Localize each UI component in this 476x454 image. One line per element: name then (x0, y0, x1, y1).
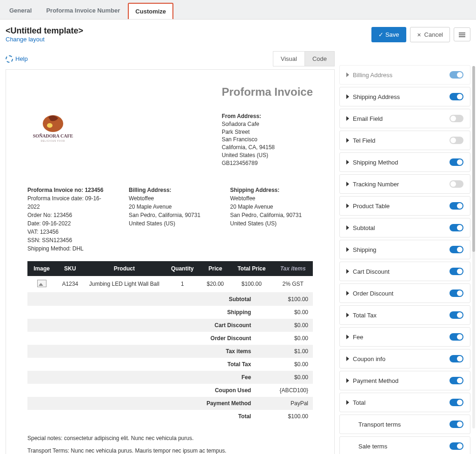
panel-item-order-discount[interactable]: Order Discount (339, 283, 470, 303)
toggle-switch[interactable] (450, 399, 463, 406)
panel-item-shipping-address[interactable]: Shipping Address (339, 87, 470, 106)
svg-text:SOÑADORA CAFE: SOÑADORA CAFE (33, 133, 73, 138)
chevron-right-icon (346, 204, 349, 208)
panel-item-cart-discount[interactable]: Cart Discount (339, 262, 470, 281)
check-icon (378, 31, 383, 38)
toggle-switch[interactable] (450, 290, 463, 297)
invoice-preview: SOÑADORA CAFE DELICIOUS FOOD Proforma In… (6, 69, 335, 454)
panel-item-label: Transport terms (358, 421, 401, 428)
chevron-right-icon (346, 400, 349, 405)
chevron-right-icon (346, 335, 349, 339)
panel-item-fee[interactable]: Fee (339, 327, 470, 347)
panel-item-label: Shipping Address (353, 93, 400, 100)
from-address: From Address: Soñadora Cafe Park Street … (222, 112, 313, 167)
editor-tab-code[interactable]: Code (305, 51, 335, 66)
invoice-title: Proforma Invoice (222, 86, 313, 99)
chevron-right-icon (346, 116, 349, 121)
chevron-right-icon (346, 94, 349, 99)
toggle-switch[interactable] (450, 246, 463, 253)
table-row: A1234 Jumbing LED Light Wall Ball 1 $20.… (27, 276, 313, 293)
panel-item-email-field[interactable]: Email Field (339, 109, 470, 128)
toggle-switch[interactable] (450, 202, 463, 210)
help-link[interactable]: Help (6, 55, 28, 63)
panel-item-label: Fee (353, 334, 363, 341)
panel-item-total-tax[interactable]: Total Tax (339, 305, 470, 325)
product-table: Image SKU Product Quantity Price Total P… (27, 261, 313, 293)
chevron-right-icon (346, 269, 349, 274)
toggle-switch[interactable] (450, 311, 463, 319)
template-title: <Untitled template> (6, 26, 371, 36)
panel-item-label: Payment Method (353, 377, 398, 384)
panel-item-shipping[interactable]: Shipping (339, 240, 470, 259)
toggle-switch[interactable] (450, 442, 463, 450)
chevron-right-icon (346, 378, 349, 383)
toggle-switch[interactable] (450, 115, 463, 122)
hamburger-icon (459, 32, 465, 37)
toggle-switch[interactable] (450, 268, 463, 275)
panel-item-shipping-method[interactable]: Shipping Method (339, 152, 470, 172)
options-panel: Billing AddressShipping AddressEmail Fie… (339, 66, 470, 454)
panel-item-sale-terms[interactable]: Sale terms (339, 436, 470, 454)
panel-item-payment-method[interactable]: Payment Method (339, 371, 470, 390)
toggle-switch[interactable] (450, 224, 463, 231)
toggle-switch[interactable] (450, 93, 463, 100)
panel-item-label: Coupon info (353, 355, 385, 362)
company-logo: SOÑADORA CAFE DELICIOUS FOOD (27, 112, 79, 145)
editor-tab-visual[interactable]: Visual (273, 51, 305, 66)
panel-item-total[interactable]: Total (339, 393, 470, 412)
editor-tabs: Visual Code (273, 51, 335, 66)
cancel-button[interactable]: Cancel (410, 27, 450, 42)
image-placeholder-icon (37, 280, 46, 287)
invoice-notes: Special notes: consectetur adipiscing el… (27, 432, 313, 454)
tab-customize[interactable]: Customize (128, 3, 173, 19)
toggle-switch[interactable] (450, 421, 463, 428)
tab-general[interactable]: General (3, 3, 38, 19)
close-icon (417, 31, 423, 38)
panel-item-label: Total Tax (353, 312, 377, 319)
panel-item-label: Order Discount (353, 290, 393, 297)
header-bar: <Untitled template> Change layout Save C… (0, 20, 476, 47)
panel-item-billing-address[interactable]: Billing Address (339, 65, 470, 85)
change-layout-link[interactable]: Change layout (6, 36, 45, 43)
svg-point-1 (47, 123, 53, 128)
panel-item-label: Shipping Method (353, 159, 398, 166)
chevron-right-icon (346, 182, 349, 186)
save-button[interactable]: Save (371, 27, 406, 42)
panel-item-tel-field[interactable]: Tel Field (339, 131, 470, 150)
tab-proforma-invoice-number[interactable]: Proforma Invoice Number (40, 3, 126, 19)
panel-item-label: Tel Field (353, 137, 375, 144)
toggle-switch[interactable] (450, 137, 463, 144)
help-icon (6, 55, 13, 63)
toggle-switch[interactable] (450, 71, 463, 79)
chevron-right-icon (346, 291, 349, 296)
panel-item-subtotal[interactable]: Subtotal (339, 218, 470, 237)
panel-item-label: Billing Address (353, 72, 392, 79)
panel-item-coupon-info[interactable]: Coupon info (339, 349, 470, 368)
chevron-right-icon (346, 225, 349, 230)
invoice-meta: Proforma Invoice no: 123456 Proforma Inv… (27, 186, 110, 253)
chevron-right-icon (346, 247, 349, 252)
toggle-switch[interactable] (450, 355, 463, 362)
chevron-right-icon (346, 356, 349, 361)
panel-item-tracking-number[interactable]: Tracking Number (339, 174, 470, 194)
panel-item-label: Total (353, 399, 365, 406)
scrollbar[interactable] (472, 66, 475, 428)
menu-button[interactable] (454, 27, 470, 41)
chevron-right-icon (346, 72, 349, 77)
toggle-switch[interactable] (450, 180, 463, 188)
shipping-address: Shipping Address: Webtoffee 20 Maple Ave… (230, 186, 313, 253)
panel-item-label: Email Field (353, 115, 383, 122)
panel-item-label: Product Table (353, 203, 390, 210)
totals-table: Subtotal$100.00Shipping$0.00Cart Discoun… (27, 293, 313, 423)
billing-address: Billing Address: Webtoffee 20 Maple Aven… (129, 186, 212, 253)
svg-text:DELICIOUS FOOD: DELICIOUS FOOD (41, 140, 66, 142)
toggle-switch[interactable] (450, 377, 463, 384)
panel-item-product-table[interactable]: Product Table (339, 196, 470, 216)
top-tabs: General Proforma Invoice Number Customiz… (0, 0, 476, 20)
toggle-switch[interactable] (450, 158, 463, 166)
panel-item-label: Subtotal (353, 224, 375, 231)
panel-item-transport-terms[interactable]: Transport terms (339, 415, 470, 434)
toggle-switch[interactable] (450, 333, 463, 341)
chevron-right-icon (346, 138, 349, 143)
panel-item-label: Shipping (353, 246, 377, 253)
